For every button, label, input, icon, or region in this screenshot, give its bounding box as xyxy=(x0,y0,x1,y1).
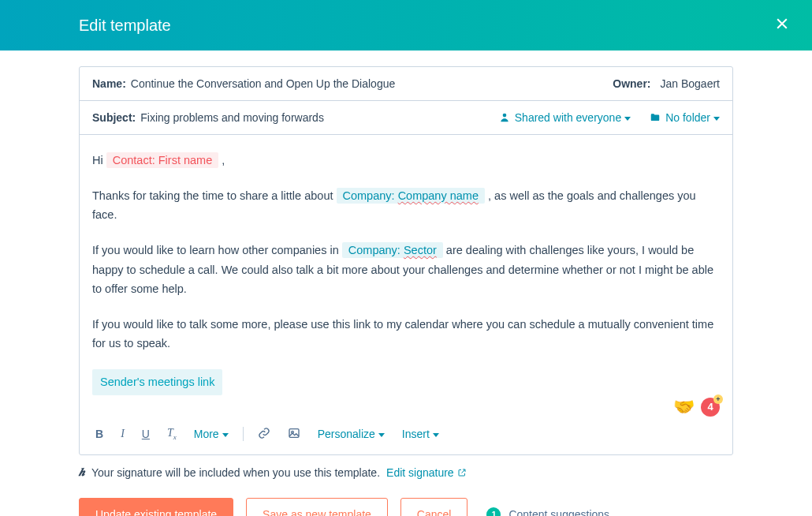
owner-value: Jan Bogaert xyxy=(661,77,721,90)
handshake-icon[interactable]: 🤝 xyxy=(673,397,695,417)
editor-badges: 🤝 4 xyxy=(80,397,732,417)
more-dropdown[interactable]: More xyxy=(191,426,232,442)
token-meetings-link[interactable]: Sender's meetings link xyxy=(92,369,222,395)
signature-note: 𝒉 Your signature will be included when y… xyxy=(79,455,733,479)
save-as-new-button[interactable]: Save as new template xyxy=(246,498,388,516)
modal-footer: Update existing template Save as new tem… xyxy=(79,479,733,516)
toolbar-separator xyxy=(243,427,244,441)
bold-button[interactable]: B xyxy=(92,426,106,442)
suggestion-count-badge: 1 xyxy=(486,507,501,516)
insert-dropdown[interactable]: Insert xyxy=(399,426,442,442)
folder-dropdown[interactable]: No folder xyxy=(650,111,720,124)
subject-label: Subject: xyxy=(92,111,136,124)
name-row: Name: Continue the Conversation and Open… xyxy=(80,67,732,101)
share-dropdown[interactable]: Shared with everyone xyxy=(499,111,631,124)
token-company-name[interactable]: Company: Company name xyxy=(337,188,485,204)
token-contact-firstname[interactable]: Contact: First name xyxy=(106,152,219,168)
underline-button[interactable]: U xyxy=(139,426,153,442)
token-company-sector[interactable]: Company: Sector xyxy=(342,242,443,258)
subject-value[interactable]: Fixing problems and moving forwards xyxy=(140,111,324,124)
signature-text: Your signature will be included when you… xyxy=(91,466,380,479)
italic-button[interactable]: I xyxy=(117,426,128,442)
template-body-editor[interactable]: Hi Contact: First name , Thanks for taki… xyxy=(80,135,732,405)
body-text: If you would like to learn how other com… xyxy=(92,244,342,256)
name-value[interactable]: Continue the Conversation and Open Up th… xyxy=(131,77,395,90)
modal-title: Edit template xyxy=(79,17,171,35)
editor-toolbar: B I U Tx More Personalize Insert xyxy=(80,417,732,454)
signature-icon: 𝒉 xyxy=(79,466,85,479)
external-link-icon xyxy=(457,468,467,477)
template-card: Name: Continue the Conversation and Open… xyxy=(79,66,733,455)
body-text: Thanks for taking the time to share a li… xyxy=(92,189,337,202)
modal-header: Edit template xyxy=(0,0,812,50)
body-text: Hi xyxy=(92,154,106,166)
close-icon[interactable] xyxy=(774,16,790,35)
folder-icon xyxy=(650,112,661,123)
content-suggestions[interactable]: 1 Content suggestions xyxy=(486,507,609,516)
update-template-button[interactable]: Update existing template xyxy=(79,498,233,516)
owner-label: Owner: xyxy=(613,77,650,90)
name-label: Name: xyxy=(92,77,126,90)
clear-format-button[interactable]: Tx xyxy=(164,425,180,443)
svg-point-0 xyxy=(502,114,506,118)
body-text: If you would like to talk some more, ple… xyxy=(92,315,720,353)
cancel-button[interactable]: Cancel xyxy=(400,498,468,516)
suggestion-label: Content suggestions xyxy=(508,508,609,516)
svg-rect-1 xyxy=(289,428,299,437)
user-icon xyxy=(499,112,510,123)
subject-row: Subject: Fixing problems and moving forw… xyxy=(80,101,732,135)
edit-signature-link[interactable]: Edit signature xyxy=(386,466,467,479)
image-button[interactable] xyxy=(285,425,304,443)
personalize-dropdown[interactable]: Personalize xyxy=(315,426,388,442)
link-button[interactable] xyxy=(255,425,274,443)
notification-badge[interactable]: 4 xyxy=(701,398,720,417)
body-text: , xyxy=(222,154,225,166)
